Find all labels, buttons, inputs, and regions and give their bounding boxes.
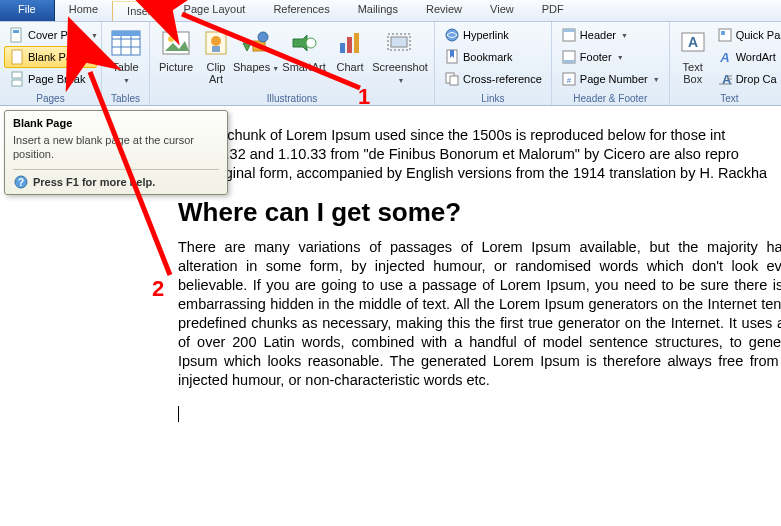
shapes-button[interactable]: Shapes▼	[234, 24, 278, 76]
shapes-label: Shapes▼	[233, 61, 279, 75]
tab-pdf[interactable]: PDF	[528, 0, 578, 21]
tooltip-body: Insert a new blank page at the cursor po…	[13, 133, 219, 161]
wordart-button[interactable]: A WordArt	[712, 46, 781, 68]
bookmark-icon	[444, 49, 460, 65]
hyperlink-label: Hyperlink	[463, 29, 509, 41]
page-break-label: Page Break	[28, 73, 85, 85]
annotation-number-1: 1	[358, 86, 370, 108]
wordart-icon: A	[717, 49, 733, 65]
svg-rect-29	[563, 29, 575, 32]
dropcap-button[interactable]: A Drop Ca	[712, 68, 781, 90]
crossref-button[interactable]: Cross-reference	[439, 68, 547, 90]
group-headerfooter-label: Header & Footer	[556, 92, 665, 104]
bookmark-button[interactable]: Bookmark	[439, 46, 547, 68]
table-button[interactable]: Table▼	[106, 24, 145, 88]
svg-rect-20	[347, 37, 352, 53]
pagenumber-icon: #	[561, 71, 577, 87]
ribbon: Cover Page ▼ Blank Page Page Break Pages…	[0, 22, 781, 106]
smartart-button[interactable]: SmartArt	[278, 24, 330, 74]
smartart-label: SmartArt	[282, 61, 325, 73]
quickparts-icon	[717, 27, 733, 43]
svg-rect-3	[12, 72, 22, 78]
tooltip: Blank Page Insert a new blank page at th…	[4, 110, 228, 195]
svg-rect-37	[721, 31, 725, 35]
clipart-label: Clip Art	[207, 61, 226, 85]
pagenumber-button[interactable]: # Page Number ▼	[556, 68, 665, 90]
chart-label: Chart	[337, 61, 364, 73]
quickparts-button[interactable]: Quick Pa	[712, 24, 781, 46]
footer-icon	[561, 49, 577, 65]
tooltip-help: ? Press F1 for more help.	[13, 169, 219, 190]
shapes-icon	[240, 27, 272, 59]
svg-rect-15	[212, 46, 220, 52]
page-break-icon	[9, 71, 25, 87]
screenshot-button[interactable]: Screenshot▼	[370, 24, 430, 88]
tab-review[interactable]: Review	[412, 0, 476, 21]
dropdown-icon: ▼	[91, 32, 98, 39]
tab-page-layout[interactable]: Page Layout	[170, 0, 260, 21]
clipart-icon	[200, 27, 232, 59]
blank-page-label: Blank Page	[28, 51, 84, 63]
svg-rect-2	[12, 50, 22, 64]
quickparts-label: Quick Pa	[736, 29, 781, 41]
smartart-icon	[288, 27, 320, 59]
group-pages-label: Pages	[4, 92, 97, 104]
chart-icon	[334, 27, 366, 59]
svg-point-12	[168, 36, 174, 42]
clipart-button[interactable]: Clip Art	[198, 24, 234, 86]
svg-rect-27	[450, 76, 458, 85]
tab-home[interactable]: Home	[55, 0, 112, 21]
svg-rect-21	[354, 33, 359, 53]
header-label: Header	[580, 29, 616, 41]
svg-rect-10	[112, 31, 140, 36]
dropdown-icon: ▼	[653, 76, 660, 83]
tab-bar: File Home Insert Page Layout References …	[0, 0, 781, 22]
crossref-label: Cross-reference	[463, 73, 542, 85]
pagenumber-label: Page Number	[580, 73, 648, 85]
group-illustrations: Picture Clip Art Shapes▼ SmartArt Chart …	[150, 22, 435, 105]
blank-page-button[interactable]: Blank Page	[4, 46, 97, 68]
tab-mailings[interactable]: Mailings	[344, 0, 412, 21]
textbox-icon: A	[677, 27, 709, 59]
tab-file[interactable]: File	[0, 0, 55, 21]
textbox-button[interactable]: A Text Box	[674, 24, 712, 86]
tab-insert[interactable]: Insert	[112, 1, 170, 21]
picture-label: Picture	[159, 61, 193, 73]
svg-rect-4	[12, 80, 22, 86]
group-pages: Cover Page ▼ Blank Page Page Break Pages	[0, 22, 102, 105]
picture-button[interactable]: Picture	[154, 24, 198, 74]
bookmark-label: Bookmark	[463, 51, 513, 63]
table-label: Table▼	[112, 61, 138, 87]
help-icon: ?	[13, 174, 29, 190]
svg-point-18	[306, 38, 316, 48]
svg-text:?: ?	[18, 177, 24, 188]
textbox-label: Text Box	[683, 61, 703, 85]
heading: Where can I get some?	[178, 197, 781, 228]
svg-point-14	[211, 36, 221, 46]
chart-button[interactable]: Chart	[330, 24, 370, 74]
crossref-icon	[444, 71, 460, 87]
text-cursor	[178, 404, 781, 423]
group-text-label: Text	[674, 92, 781, 104]
page-break-button[interactable]: Page Break	[4, 68, 97, 90]
group-links-label: Links	[439, 92, 547, 104]
group-text: A Text Box Quick Pa A WordArt A Drop Ca …	[670, 22, 781, 105]
paragraph: There are many variations of passages of…	[178, 238, 781, 390]
tab-view[interactable]: View	[476, 0, 528, 21]
header-button[interactable]: Header ▼	[556, 24, 665, 46]
paragraph: andard chunk of Lorem Ipsum used since t…	[178, 126, 781, 183]
svg-rect-16	[253, 41, 265, 51]
footer-button[interactable]: Footer ▼	[556, 46, 665, 68]
group-tables-label: Tables	[106, 92, 145, 104]
dropcap-icon: A	[717, 71, 733, 87]
dropdown-icon: ▼	[617, 54, 624, 61]
svg-text:#: #	[567, 76, 572, 85]
cover-page-button[interactable]: Cover Page ▼	[4, 24, 97, 46]
annotation-number-2: 2	[152, 278, 164, 300]
hyperlink-button[interactable]: Hyperlink	[439, 24, 547, 46]
svg-rect-19	[340, 43, 345, 53]
screenshot-label: Screenshot▼	[372, 61, 428, 87]
tab-references[interactable]: References	[259, 0, 343, 21]
svg-text:A: A	[688, 34, 698, 50]
wordart-label: WordArt	[736, 51, 776, 63]
